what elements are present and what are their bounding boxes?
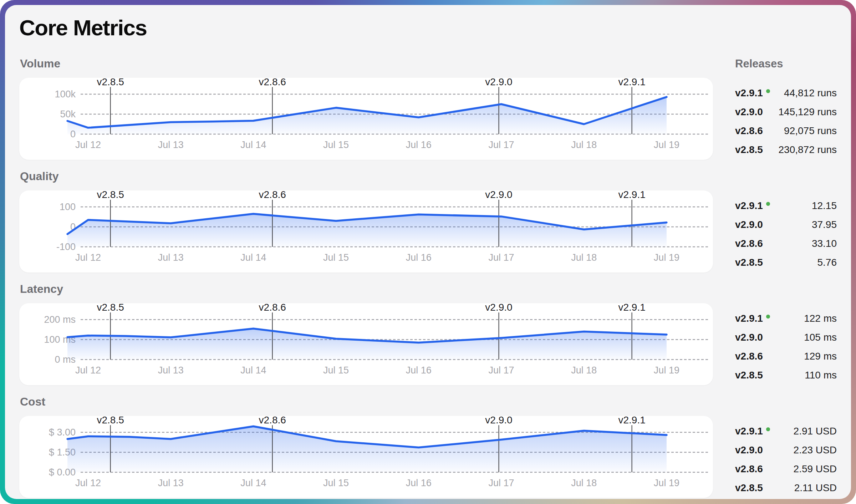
release-row[interactable]: v2.8.6 92,075 runs — [735, 121, 837, 140]
svg-text:Jul 17: Jul 17 — [488, 252, 514, 263]
svg-text:v2.8.5: v2.8.5 — [97, 303, 124, 313]
cost-section-label: Cost — [20, 395, 713, 408]
svg-text:Jul 14: Jul 14 — [240, 252, 266, 263]
release-version: v2.9.0 — [735, 106, 763, 118]
release-row[interactable]: v2.8.5 5.76 — [735, 253, 837, 272]
svg-text:Jul 16: Jul 16 — [406, 139, 432, 150]
release-version: v2.8.5 — [735, 257, 763, 268]
release-version: v2.8.6 — [735, 463, 763, 475]
release-row[interactable]: v2.9.0 145,129 runs — [735, 102, 837, 121]
release-row[interactable]: v2.8.5 110 ms — [735, 366, 837, 385]
quality-chart[interactable]: 1000-100v2.8.5v2.8.6v2.9.0v2.9.1Jul 12Ju… — [19, 190, 713, 273]
svg-text:v2.8.5: v2.8.5 — [97, 78, 124, 87]
release-version: v2.8.5 — [735, 144, 763, 156]
svg-text:Jul 16: Jul 16 — [406, 252, 432, 263]
release-value: 110 ms — [805, 370, 837, 381]
release-version: v2.9.0 — [735, 332, 763, 343]
volume-section: Volume 100k50k0v2.8.5v2.8.6v2.9.0v2.9.1J… — [19, 57, 713, 160]
svg-text:Jul 19: Jul 19 — [654, 478, 679, 488]
releases-group-latency: v2.9.1 122 ms v2.9.0 105 ms v2.8.6 129 m… — [735, 309, 837, 385]
release-value: 2.59 USD — [794, 463, 837, 475]
svg-text:v2.9.0: v2.9.0 — [485, 416, 512, 426]
release-version: v2.8.5 — [735, 482, 763, 494]
releases-panel: Releases v2.9.1 44,812 runs v2.9.0 145,1… — [713, 57, 837, 499]
svg-text:v2.9.1: v2.9.1 — [618, 78, 645, 87]
svg-text:Jul 14: Jul 14 — [240, 139, 266, 150]
release-row[interactable]: v2.8.5 2.11 USD — [735, 478, 837, 497]
release-version: v2.8.6 — [735, 238, 763, 249]
svg-text:Jul 18: Jul 18 — [571, 252, 597, 263]
svg-text:v2.9.0: v2.9.0 — [485, 303, 512, 313]
svg-text:Jul 17: Jul 17 — [488, 478, 514, 488]
releases-panel-title: Releases — [735, 57, 837, 71]
releases-group-quality: v2.9.1 12.15 v2.9.0 37.95 v2.8.6 33.10 v… — [735, 196, 837, 272]
quality-chart-card: 1000-100v2.8.5v2.8.6v2.9.0v2.9.1Jul 12Ju… — [19, 190, 713, 273]
release-value: 12.15 — [812, 200, 837, 212]
release-row[interactable]: v2.8.6 2.59 USD — [735, 459, 837, 478]
svg-text:v2.9.0: v2.9.0 — [485, 78, 512, 87]
release-version: v2.9.0 — [735, 444, 763, 456]
release-row[interactable]: v2.8.6 129 ms — [735, 347, 837, 366]
release-value: 33.10 — [812, 238, 837, 249]
svg-text:v2.8.6: v2.8.6 — [259, 190, 286, 200]
svg-text:Jul 12: Jul 12 — [75, 139, 101, 150]
svg-text:Jul 15: Jul 15 — [323, 252, 349, 263]
volume-section-label: Volume — [20, 57, 713, 70]
release-value: 105 ms — [804, 332, 837, 343]
svg-text:Jul 13: Jul 13 — [158, 478, 184, 488]
quality-section-label: Quality — [20, 170, 713, 183]
release-row[interactable]: v2.9.1 12.15 — [735, 196, 837, 215]
charts-column: Volume 100k50k0v2.8.5v2.8.6v2.9.0v2.9.1J… — [19, 57, 713, 499]
svg-text:Jul 12: Jul 12 — [75, 252, 101, 263]
release-version: v2.9.1 — [735, 87, 763, 99]
svg-text:v2.9.1: v2.9.1 — [618, 190, 645, 200]
svg-text:100: 100 — [60, 202, 76, 212]
release-row[interactable]: v2.9.1 44,812 runs — [735, 83, 837, 102]
active-release-dot — [766, 315, 770, 319]
svg-text:v2.8.5: v2.8.5 — [97, 190, 124, 200]
release-version: v2.9.1 — [735, 200, 763, 212]
svg-text:Jul 16: Jul 16 — [406, 365, 432, 376]
gradient-frame: Core Metrics Volume 100k50k0v2.8.5v2.8.6… — [0, 0, 856, 504]
svg-text:$ 3.00: $ 3.00 — [49, 427, 76, 438]
volume-chart-card: 100k50k0v2.8.5v2.8.6v2.9.0v2.9.1Jul 12Ju… — [19, 78, 713, 160]
latency-chart[interactable]: 200 ms100 ms0 msv2.8.5v2.8.6v2.9.0v2.9.1… — [19, 303, 713, 385]
cost-chart[interactable]: $ 3.00$ 1.50$ 0.00v2.8.5v2.8.6v2.9.0v2.9… — [19, 416, 713, 498]
volume-chart[interactable]: 100k50k0v2.8.5v2.8.6v2.9.0v2.9.1Jul 12Ju… — [19, 78, 713, 160]
release-version: v2.9.1 — [735, 313, 763, 324]
release-value: 145,129 runs — [779, 106, 837, 118]
release-value: 37.95 — [812, 219, 837, 230]
release-version: v2.8.6 — [735, 351, 763, 362]
svg-text:v2.8.6: v2.8.6 — [259, 303, 286, 313]
svg-text:Jul 18: Jul 18 — [571, 478, 597, 488]
quality-section: Quality 1000-100v2.8.5v2.8.6v2.9.0v2.9.1… — [19, 170, 713, 273]
release-row[interactable]: v2.8.6 33.10 — [735, 234, 837, 253]
svg-text:Jul 12: Jul 12 — [75, 365, 101, 376]
cost-chart-card: $ 3.00$ 1.50$ 0.00v2.8.5v2.8.6v2.9.0v2.9… — [19, 416, 713, 498]
svg-text:v2.9.0: v2.9.0 — [485, 190, 512, 200]
svg-text:Jul 15: Jul 15 — [323, 139, 349, 150]
release-row[interactable]: v2.9.0 105 ms — [735, 328, 837, 347]
active-release-dot — [766, 202, 770, 206]
active-release-dot — [766, 89, 770, 93]
release-row[interactable]: v2.9.1 122 ms — [735, 309, 837, 328]
page-title: Core Metrics — [19, 15, 837, 41]
release-row[interactable]: v2.9.0 2.23 USD — [735, 441, 837, 459]
svg-text:Jul 13: Jul 13 — [158, 365, 184, 376]
release-version: v2.8.6 — [735, 125, 763, 137]
svg-text:Jul 12: Jul 12 — [75, 478, 101, 488]
dashboard-layout: Volume 100k50k0v2.8.5v2.8.6v2.9.0v2.9.1J… — [19, 57, 837, 499]
release-row[interactable]: v2.8.5 230,872 runs — [735, 140, 837, 159]
svg-text:Jul 13: Jul 13 — [158, 252, 184, 263]
svg-text:Jul 19: Jul 19 — [654, 252, 679, 263]
release-row[interactable]: v2.9.0 37.95 — [735, 215, 837, 234]
svg-text:v2.9.1: v2.9.1 — [618, 416, 645, 426]
releases-group-volume: v2.9.1 44,812 runs v2.9.0 145,129 runs v… — [735, 83, 837, 159]
release-row[interactable]: v2.9.1 2.91 USD — [735, 422, 837, 441]
release-value: 230,872 runs — [779, 144, 837, 156]
svg-text:Jul 14: Jul 14 — [240, 365, 266, 376]
svg-text:Jul 19: Jul 19 — [654, 365, 679, 376]
cost-section: Cost $ 3.00$ 1.50$ 0.00v2.8.5v2.8.6v2.9.… — [19, 395, 713, 498]
release-value: 2.23 USD — [794, 444, 837, 456]
svg-text:Jul 17: Jul 17 — [488, 365, 514, 376]
